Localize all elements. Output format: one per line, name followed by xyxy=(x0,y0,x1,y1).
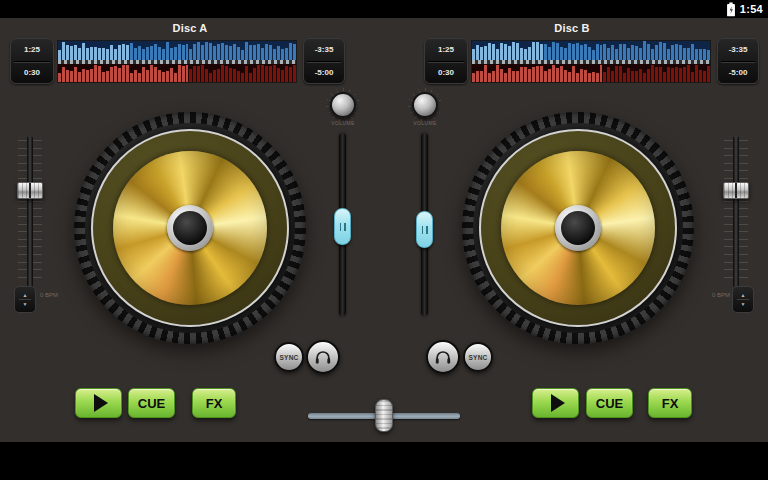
waveform-bar xyxy=(70,71,73,82)
waveform-bar xyxy=(703,49,706,59)
waveform-bar xyxy=(126,65,129,82)
deck-a-fx-button[interactable]: FX xyxy=(192,388,236,418)
deck-b-pitch-handle[interactable] xyxy=(723,182,749,199)
deck-a-jog-wheel[interactable] xyxy=(74,112,306,344)
pitch-down-icon[interactable]: ▼ xyxy=(741,301,746,307)
deck-b-fx-button[interactable]: FX xyxy=(648,388,692,418)
waveform-bar xyxy=(265,44,268,59)
waveform-bar xyxy=(556,68,559,82)
deck-b-elapsed-top: 1:25 xyxy=(425,39,467,61)
waveform-bar xyxy=(285,66,288,82)
deck-b-volume-label: VOLUME xyxy=(405,120,445,126)
waveform-bar xyxy=(197,66,200,82)
waveform-bottom-band xyxy=(472,64,710,82)
deck-b-sync-button[interactable]: SYNC xyxy=(463,342,493,372)
waveform-bar xyxy=(150,65,153,82)
waveform-bar xyxy=(504,73,507,82)
pitch-up-icon[interactable]: ▲ xyxy=(741,292,746,298)
play-triangle-icon xyxy=(551,394,565,412)
waveform-top-band xyxy=(472,41,710,60)
waveform-bar xyxy=(639,69,642,82)
deck-b-waveform[interactable] xyxy=(471,40,711,83)
waveform-bar xyxy=(588,73,591,82)
waveform-bar xyxy=(138,46,141,59)
waveform-bar xyxy=(281,70,284,82)
waveform-bar xyxy=(277,46,280,60)
waveform-bar xyxy=(615,66,618,82)
waveform-bar xyxy=(122,44,125,59)
waveform-bar xyxy=(142,67,145,82)
deck-b-jog-wheel[interactable] xyxy=(462,112,694,344)
deck-a-remaining-top: -3:35 xyxy=(304,39,344,61)
waveform-bar xyxy=(106,49,109,60)
deck-a-pitch-fader[interactable] xyxy=(6,136,54,288)
waveform-bar xyxy=(679,45,682,60)
deck-a-pitch-track[interactable] xyxy=(27,136,33,288)
waveform-bar xyxy=(225,45,228,59)
deck-a-pitch-bend-button[interactable]: ▲ ▼ xyxy=(14,286,36,313)
deck-a-sync-button[interactable]: SYNC xyxy=(274,342,304,372)
deck-b-play-button[interactable] xyxy=(532,388,579,418)
waveform-bar xyxy=(237,47,240,59)
waveform-bar xyxy=(675,67,678,82)
waveform-bar xyxy=(58,73,61,82)
deck-b-volume-knob[interactable] xyxy=(412,92,438,118)
waveform-bar xyxy=(94,65,97,82)
waveform-bar xyxy=(484,65,487,82)
waveform-bar xyxy=(552,42,555,59)
waveform-bar xyxy=(707,50,710,60)
waveform-bottom-band xyxy=(58,64,296,82)
waveform-bar xyxy=(78,48,81,60)
waveform-bar xyxy=(572,44,575,59)
waveform-bar xyxy=(580,45,583,60)
deck-a-play-button[interactable] xyxy=(75,388,122,418)
deck-b-headphones-button[interactable] xyxy=(426,340,460,374)
waveform-bar xyxy=(293,65,296,82)
waveform-bar xyxy=(707,66,710,82)
waveform-bar xyxy=(596,73,599,83)
waveform-bar xyxy=(102,48,105,59)
waveform-bar xyxy=(699,70,702,83)
waveform-bar xyxy=(695,65,698,82)
deck-a-elapsed-bottom: 0:30 xyxy=(11,62,53,84)
waveform-bar xyxy=(635,46,638,59)
pitch-tick-marks xyxy=(33,140,42,284)
deck-a-cue-button[interactable]: CUE xyxy=(128,388,175,418)
deck-b-pitch-bend-button[interactable]: ▲ ▼ xyxy=(732,286,754,313)
waveform-bar xyxy=(130,43,133,60)
waveform-bar xyxy=(193,66,196,82)
deck-a-volume-knob[interactable] xyxy=(330,92,356,118)
pitch-down-icon[interactable]: ▼ xyxy=(23,301,28,307)
pitch-up-icon[interactable]: ▲ xyxy=(23,292,28,298)
waveform-bar xyxy=(484,46,487,60)
waveform-bar xyxy=(62,67,65,82)
deck-a-headphones-button[interactable] xyxy=(306,340,340,374)
waveform-bar xyxy=(154,67,157,82)
waveform-bar xyxy=(472,49,475,59)
deck-b-volume-fader-handle[interactable] xyxy=(416,211,433,248)
waveform-bar xyxy=(552,65,555,82)
deck-b-cue-button[interactable]: CUE xyxy=(586,388,633,418)
crossfader-handle[interactable] xyxy=(375,399,393,432)
waveform-bar xyxy=(607,48,610,59)
deck-b-remaining-times: -3:35 -5:00 xyxy=(717,38,759,84)
pitch-tick-marks xyxy=(18,140,27,284)
waveform-bar xyxy=(500,43,503,60)
waveform-bar xyxy=(166,42,169,59)
deck-a-volume-fader-handle[interactable] xyxy=(334,208,351,245)
waveform-bar xyxy=(564,48,567,59)
waveform-bar xyxy=(269,45,272,60)
waveform-bar xyxy=(174,73,177,82)
waveform-bar xyxy=(699,49,702,60)
deck-a-pitch-handle[interactable] xyxy=(17,182,43,199)
deck-b-pitch-track[interactable] xyxy=(733,136,739,288)
deck-b-pitch-fader[interactable] xyxy=(712,136,760,288)
waveform-bar xyxy=(150,46,153,60)
waveform-bar xyxy=(659,42,662,60)
deck-a-waveform[interactable] xyxy=(57,40,297,83)
waveform-bar xyxy=(66,70,69,82)
waveform-bar xyxy=(205,42,208,60)
waveform-bar xyxy=(651,49,654,60)
waveform-bar xyxy=(564,70,567,82)
waveform-bar xyxy=(94,47,97,59)
